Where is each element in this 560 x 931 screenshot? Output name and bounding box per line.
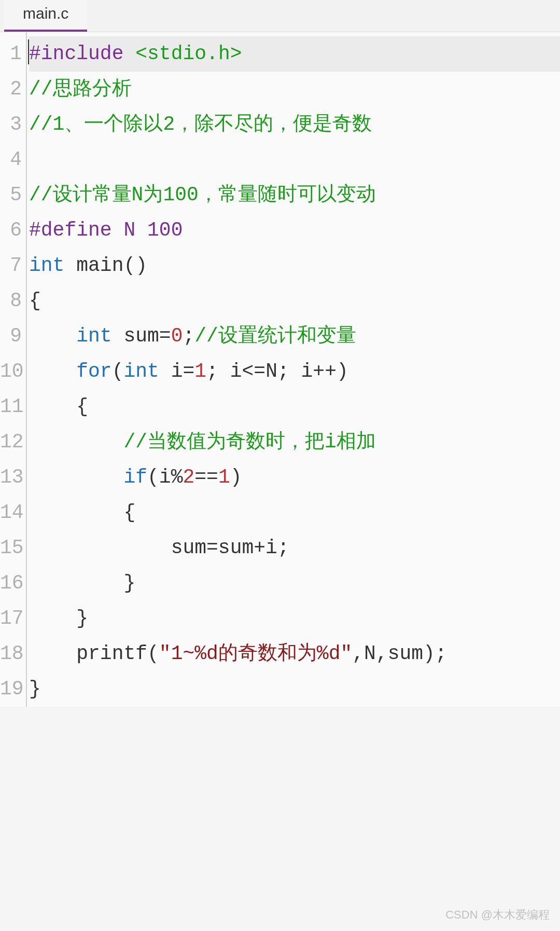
code-line[interactable]: if(i%2==1) xyxy=(29,460,560,495)
line-number: 16 xyxy=(0,566,22,601)
code-token: ) xyxy=(230,466,242,488)
code-line[interactable]: int main() xyxy=(29,248,560,283)
code-token: main() xyxy=(64,254,147,277)
code-token xyxy=(29,325,76,347)
code-line[interactable]: int sum=0;//设置统计和变量 xyxy=(29,319,560,354)
code-token: 2 xyxy=(183,466,194,488)
code-line[interactable]: } xyxy=(29,566,560,601)
line-number: 17 xyxy=(0,601,22,636)
code-token: 1 xyxy=(194,360,206,382)
line-number: 2 xyxy=(0,72,22,107)
code-token: 0 xyxy=(171,325,183,347)
code-token: //1、一个除以2，除不尽的，便是奇数 xyxy=(29,113,372,135)
code-line[interactable]: #include <stdio.h> xyxy=(29,36,560,72)
text-cursor xyxy=(28,39,29,64)
code-token: (i% xyxy=(147,466,183,488)
code-token: ; i<=N; i++) xyxy=(206,360,348,382)
code-token: printf( xyxy=(29,642,159,665)
line-number: 7 xyxy=(0,248,22,283)
code-token: { xyxy=(29,501,135,524)
code-line[interactable]: } xyxy=(29,672,560,707)
code-token: <stdio.h> xyxy=(135,43,242,65)
line-number: 6 xyxy=(0,213,22,248)
code-token xyxy=(29,466,123,488)
line-number: 15 xyxy=(0,530,22,566)
code-token xyxy=(29,360,76,382)
tab-bar: main.c xyxy=(0,0,560,32)
code-line[interactable]: printf("1~%d的奇数和为%d",N,sum); xyxy=(29,636,560,672)
code-line[interactable]: sum=sum+i; xyxy=(29,530,560,566)
code-token: int xyxy=(123,360,159,382)
line-number: 11 xyxy=(0,389,22,425)
code-line[interactable]: //思路分析 xyxy=(29,72,560,107)
watermark-text: CSDN @木木爱编程 xyxy=(445,907,550,923)
line-number: 12 xyxy=(0,425,22,460)
line-number: 14 xyxy=(0,495,22,530)
line-number: 9 xyxy=(0,319,22,354)
code-line[interactable]: for(int i=1; i<=N; i++) xyxy=(29,354,560,389)
code-token: sum=sum+i; xyxy=(29,537,289,559)
line-number: 13 xyxy=(0,460,22,495)
line-number-gutter: 12345678910111213141516171819 xyxy=(0,32,26,707)
code-line[interactable]: { xyxy=(29,283,560,319)
code-token xyxy=(29,431,123,453)
code-token: #include xyxy=(29,43,123,65)
line-number: 10 xyxy=(0,354,22,389)
line-number: 19 xyxy=(0,672,22,707)
line-number: 8 xyxy=(0,283,22,319)
code-token: "1~%d的奇数和为%d" xyxy=(159,642,352,665)
code-token: //当数值为奇数时，把i相加 xyxy=(123,431,375,453)
code-token: if xyxy=(123,466,147,488)
code-token: ,N,sum); xyxy=(352,642,446,665)
code-token xyxy=(123,43,135,65)
code-token: //设计常量N为100，常量随时可以变动 xyxy=(29,184,376,206)
code-token: #define N 100 xyxy=(29,219,183,241)
line-number: 3 xyxy=(0,107,22,142)
code-token: { xyxy=(29,290,41,312)
code-line[interactable]: { xyxy=(29,495,560,530)
code-line[interactable]: //当数值为奇数时，把i相加 xyxy=(29,425,560,460)
code-token: } xyxy=(29,607,88,629)
code-area[interactable]: #include <stdio.h>//思路分析//1、一个除以2，除不尽的，便… xyxy=(27,32,560,707)
line-number: 18 xyxy=(0,636,22,672)
code-token: for xyxy=(76,360,111,382)
code-token: } xyxy=(29,678,41,700)
line-number: 4 xyxy=(0,142,22,177)
code-line[interactable] xyxy=(29,142,560,177)
code-line[interactable]: //1、一个除以2，除不尽的，便是奇数 xyxy=(29,107,560,142)
line-number: 5 xyxy=(0,177,22,213)
code-token: i= xyxy=(159,360,194,382)
code-token: { xyxy=(29,395,88,418)
code-line[interactable]: //设计常量N为100，常量随时可以变动 xyxy=(29,177,560,213)
code-line[interactable]: { xyxy=(29,389,560,425)
code-token: //思路分析 xyxy=(29,78,132,100)
code-token: sum= xyxy=(112,325,171,347)
code-token: int xyxy=(76,325,111,347)
code-line[interactable]: } xyxy=(29,601,560,636)
code-token: ; xyxy=(183,325,194,347)
code-token: ( xyxy=(112,360,124,382)
code-token: 1 xyxy=(218,466,230,488)
code-editor[interactable]: 12345678910111213141516171819 #include <… xyxy=(0,32,560,707)
file-tab[interactable]: main.c xyxy=(4,0,87,32)
code-token: == xyxy=(194,466,218,488)
code-line[interactable]: #define N 100 xyxy=(29,213,560,248)
line-number: 1 xyxy=(0,36,22,72)
code-token: } xyxy=(29,572,135,594)
code-token: int xyxy=(29,254,64,277)
code-token: //设置统计和变量 xyxy=(194,325,356,347)
